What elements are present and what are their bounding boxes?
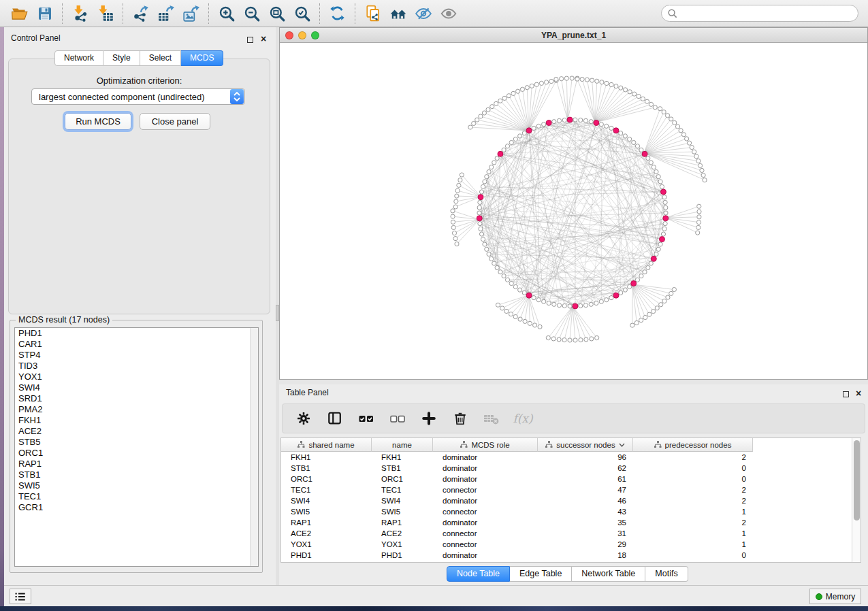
table-cell[interactable]: connector — [433, 506, 538, 517]
tab-network[interactable]: Network — [54, 50, 103, 66]
column-header-shared-name[interactable]: shared name — [281, 438, 372, 452]
mcds-node[interactable] — [651, 256, 656, 261]
column-header-successor-nodes[interactable]: successor nodes — [538, 438, 633, 452]
delete-table-button[interactable] — [481, 408, 502, 429]
mcds-result-item[interactable]: STB1 — [15, 469, 258, 480]
export-network-button[interactable] — [128, 2, 153, 25]
mcds-node[interactable] — [659, 237, 664, 242]
network-canvas[interactable] — [280, 43, 867, 379]
table-scrollbar[interactable] — [852, 438, 861, 562]
table-cell[interactable]: 1 — [633, 506, 753, 517]
table-cell[interactable]: PHD1 — [372, 550, 433, 561]
mcds-result-item[interactable]: PMA2 — [15, 404, 258, 415]
function-builder-button[interactable]: f(x) — [513, 408, 533, 429]
table-cell[interactable]: 31 — [538, 528, 633, 539]
table-cell[interactable]: 96 — [538, 452, 633, 463]
add-column-button[interactable] — [419, 408, 439, 429]
table-cell[interactable]: SWI5 — [281, 506, 372, 517]
refresh-layout-button[interactable] — [325, 2, 350, 25]
criterion-select[interactable]: largest connected component (undirected) — [31, 88, 245, 105]
table-cell[interactable]: ORC1 — [281, 474, 372, 484]
table-cell[interactable]: FKH1 — [281, 452, 372, 463]
table-row[interactable]: STB1STB1dominator620 — [281, 463, 753, 474]
table-scrollbar-thumb[interactable] — [854, 440, 860, 521]
table-cell[interactable]: STB1 — [281, 463, 372, 474]
mcds-result-item[interactable]: ORC1 — [15, 448, 258, 459]
table-cell[interactable]: dominator — [433, 452, 538, 463]
hide-selected-button[interactable] — [411, 2, 436, 25]
table-options-button[interactable] — [293, 408, 314, 429]
table-cell[interactable]: SWI5 — [372, 506, 433, 517]
mcds-result-item[interactable]: TID3 — [15, 361, 258, 371]
table-cell[interactable]: RAP1 — [372, 517, 433, 528]
table-cell[interactable]: FKH1 — [372, 452, 433, 463]
search-input[interactable] — [681, 9, 852, 18]
mcds-node[interactable] — [567, 117, 573, 122]
zoom-selected-button[interactable] — [289, 2, 315, 25]
table-cell[interactable]: 2 — [633, 452, 753, 463]
table-row[interactable]: PHD1PHD1dominator180 — [281, 550, 753, 561]
tab-mcds[interactable]: MCDS — [181, 50, 223, 66]
fit-content-button[interactable] — [264, 2, 289, 25]
table-cell[interactable]: 29 — [538, 539, 633, 550]
zoom-in-button[interactable] — [214, 2, 239, 25]
table-tab-edge-table[interactable]: Edge Table — [510, 566, 572, 582]
table-cell[interactable]: ORC1 — [372, 474, 433, 484]
table-row[interactable]: ORC1ORC1dominator610 — [281, 474, 753, 484]
import-network-button[interactable] — [67, 2, 93, 25]
mcds-node[interactable] — [498, 151, 503, 156]
mcds-node[interactable] — [613, 293, 619, 298]
mcds-node[interactable] — [573, 303, 578, 309]
network-search-box[interactable] — [661, 5, 858, 22]
table-cell[interactable]: 0 — [633, 463, 753, 474]
select-all-columns-button[interactable] — [356, 408, 376, 429]
control-panel-float-button[interactable] — [247, 35, 253, 45]
unselect-all-columns-button[interactable] — [387, 408, 408, 429]
mcds-result-item[interactable]: YOX1 — [15, 371, 258, 382]
tab-select[interactable]: Select — [140, 50, 181, 66]
table-cell[interactable]: dominator — [433, 474, 538, 484]
table-cell[interactable]: 0 — [633, 550, 753, 561]
import-table-button[interactable] — [93, 2, 118, 25]
mcds-node[interactable] — [631, 281, 637, 286]
mcds-node[interactable] — [613, 128, 619, 133]
mcds-node[interactable] — [642, 151, 647, 156]
column-header-MCDS-role[interactable]: MCDS role — [433, 438, 538, 452]
table-cell[interactable]: connector — [433, 528, 538, 539]
table-cell[interactable]: dominator — [433, 463, 538, 474]
table-cell[interactable]: 18 — [538, 550, 633, 561]
mcds-result-item[interactable]: ACE2 — [15, 426, 258, 437]
table-cell[interactable]: TEC1 — [281, 484, 372, 495]
table-cell[interactable]: ACE2 — [372, 528, 433, 539]
table-cell[interactable]: dominator — [433, 517, 538, 528]
table-row[interactable]: SWI4SWI4dominator462 — [281, 495, 753, 506]
table-tab-motifs[interactable]: Motifs — [645, 566, 688, 582]
mcds-result-item[interactable]: STP4 — [15, 350, 258, 361]
table-cell[interactable]: YOX1 — [372, 539, 433, 550]
table-cell[interactable]: TEC1 — [372, 484, 433, 495]
export-table-button[interactable] — [153, 2, 178, 25]
table-cell[interactable]: 2 — [633, 517, 753, 528]
table-cell[interactable]: 2 — [633, 495, 753, 506]
delete-column-button[interactable] — [450, 408, 470, 429]
open-file-button[interactable] — [7, 2, 32, 25]
mcds-result-item[interactable]: GCR1 — [15, 502, 258, 513]
mcds-result-item[interactable]: SRD1 — [15, 393, 258, 404]
mcds-result-item[interactable]: SWI5 — [15, 480, 258, 491]
show-column-panel-button[interactable] — [325, 408, 345, 429]
network-graph[interactable] — [280, 43, 867, 379]
table-cell[interactable]: RAP1 — [281, 517, 372, 528]
table-row[interactable]: ACE2ACE2connector311 — [281, 528, 753, 539]
mcds-result-item[interactable]: TEC1 — [15, 491, 258, 502]
mcds-node[interactable] — [526, 293, 532, 298]
mcds-result-item[interactable]: SWI4 — [15, 382, 258, 393]
table-row[interactable]: YOX1YOX1connector291 — [281, 539, 753, 550]
table-cell[interactable]: SWI4 — [281, 495, 372, 506]
table-panel-close-button[interactable]: × — [856, 389, 861, 399]
run-mcds-button[interactable]: Run MCDS — [65, 113, 131, 130]
column-header-name[interactable]: name — [372, 438, 433, 452]
mcds-list-scrollbar[interactable] — [250, 328, 258, 566]
table-cell[interactable]: 35 — [538, 517, 633, 528]
table-cell[interactable]: ACE2 — [281, 528, 372, 539]
first-neighbors-button[interactable] — [385, 2, 411, 25]
